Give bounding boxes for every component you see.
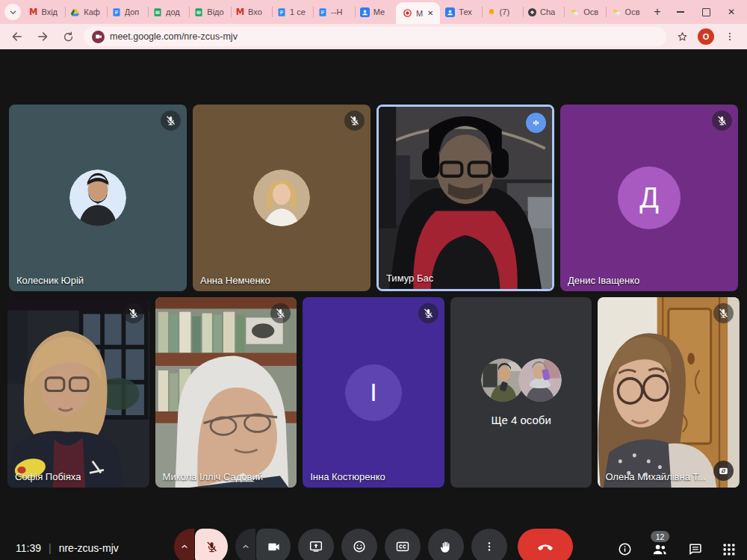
participant-tile[interactable]: ІІнна Костюренко bbox=[303, 297, 444, 488]
gmail-icon: M bbox=[236, 7, 244, 17]
participant-tile[interactable]: Ще 4 особи bbox=[450, 297, 592, 488]
tab-title: Осв bbox=[625, 7, 640, 16]
captions-button[interactable] bbox=[385, 529, 421, 560]
avatar-letter: І bbox=[345, 364, 402, 421]
chatgpt-knot-icon bbox=[528, 8, 536, 16]
close-window-button[interactable]: ✕ bbox=[719, 1, 744, 23]
mic-off-icon bbox=[344, 111, 365, 131]
browser-tab[interactable]: --Н bbox=[313, 0, 354, 24]
mic-options-chevron-icon[interactable] bbox=[174, 529, 194, 560]
speaking-indicator-icon bbox=[526, 113, 546, 133]
url-text: meet.google.com/nre-zcus-mjv bbox=[110, 31, 238, 42]
browser-tab[interactable]: (7) bbox=[482, 0, 523, 24]
tab-title: 1 се bbox=[290, 7, 306, 16]
docs-icon bbox=[318, 7, 327, 17]
participant-tile[interactable]: Анна Немченко bbox=[193, 105, 371, 291]
reactions-button[interactable] bbox=[341, 529, 377, 560]
browser-tab[interactable]: Відо bbox=[189, 0, 230, 24]
participant-name: Колесник Юрій bbox=[16, 275, 84, 286]
browser-tab[interactable]: Cha bbox=[523, 0, 564, 24]
tab-title: Доп bbox=[125, 7, 140, 16]
participant-tile[interactable]: ДДенис Іващенко bbox=[560, 105, 738, 291]
panel-buttons: 12 bbox=[617, 541, 737, 558]
browser-tab[interactable]: Каф bbox=[65, 0, 106, 24]
tab-search-chevron-icon[interactable] bbox=[4, 4, 21, 20]
browser-tab[interactable]: Ме bbox=[355, 0, 396, 24]
bell-icon bbox=[487, 7, 496, 17]
window-controls: ✕ bbox=[668, 1, 744, 23]
avatar bbox=[518, 358, 562, 402]
minimize-icon bbox=[677, 11, 684, 13]
tab-title: Cha bbox=[540, 7, 555, 16]
bookmark-star-icon[interactable] bbox=[672, 27, 692, 46]
maximize-icon bbox=[702, 8, 710, 16]
camera-in-use-icon[interactable] bbox=[92, 31, 105, 43]
mic-off-icon bbox=[270, 303, 291, 323]
participant-name: Тимур Бас bbox=[386, 273, 433, 284]
browser-tab[interactable]: дод bbox=[148, 0, 189, 24]
browser-tab[interactable]: MВхід bbox=[24, 0, 65, 24]
present-screen-button[interactable] bbox=[298, 529, 334, 560]
docs-icon bbox=[277, 7, 286, 17]
participant-tile[interactable]: Тимур Бас bbox=[376, 105, 554, 291]
tab-title: (7) bbox=[500, 7, 509, 16]
sheets-icon bbox=[153, 7, 162, 17]
participant-name: Ще 4 особи bbox=[491, 414, 551, 426]
participant-tile[interactable]: Софія Побіяха bbox=[7, 297, 149, 488]
mic-off-icon bbox=[161, 111, 181, 131]
meet-main-stage: Колесник ЮрійАнна НемченкоТимур БасДДени… bbox=[0, 49, 747, 560]
meeting-code: nre-zcus-mjv bbox=[59, 542, 119, 554]
browser-tab[interactable]: Осв bbox=[606, 0, 647, 24]
browser-tab-strip: MВхідКафДопдодВідоMВхо1 се--НМеМ✕Тех(7)C… bbox=[0, 0, 747, 24]
browser-tab[interactable]: MВхо bbox=[231, 0, 272, 24]
meeting-info: 11:39 | nre-zcus-mjv bbox=[16, 542, 119, 554]
tab-title: --Н bbox=[331, 7, 342, 16]
more-options-button[interactable] bbox=[471, 529, 507, 560]
mic-off-button[interactable] bbox=[195, 529, 228, 560]
people-panel-wrap: 12 bbox=[651, 541, 669, 558]
participant-video bbox=[155, 297, 297, 488]
meet-control-bar: 11:39 | nre-zcus-mjv bbox=[0, 523, 747, 560]
browser-tab[interactable]: Осв bbox=[564, 0, 605, 24]
participant-tile[interactable]: Колесник Юрій bbox=[9, 105, 187, 291]
new-tab-button[interactable]: + bbox=[648, 5, 666, 19]
browser-tab[interactable]: 1 се bbox=[272, 0, 313, 24]
activities-grid-button[interactable] bbox=[722, 542, 737, 557]
docs-icon bbox=[112, 7, 121, 17]
reload-button[interactable] bbox=[58, 27, 78, 46]
maximize-button[interactable] bbox=[693, 1, 719, 23]
tab-title: Каф bbox=[84, 7, 100, 16]
end-call-button[interactable] bbox=[518, 529, 573, 560]
meeting-details-button[interactable] bbox=[617, 541, 633, 557]
people-button[interactable] bbox=[651, 541, 669, 558]
camera-button[interactable] bbox=[256, 529, 291, 560]
participant-name: Денис Іващенко bbox=[568, 275, 639, 286]
chat-button[interactable] bbox=[687, 541, 703, 557]
mic-off-icon bbox=[712, 111, 732, 131]
participant-tile[interactable]: Олена Михайлівна Т... bbox=[598, 297, 740, 488]
browser-tab[interactable]: Доп bbox=[107, 0, 148, 24]
forward-button[interactable] bbox=[33, 27, 52, 46]
mic-control bbox=[174, 529, 228, 560]
tab-title: Осв bbox=[583, 7, 598, 16]
browser-toolbar: meet.google.com/nre-zcus-mjv O bbox=[0, 24, 747, 49]
back-button[interactable] bbox=[7, 27, 27, 46]
mic-off-icon bbox=[713, 303, 734, 323]
minimize-button[interactable] bbox=[668, 1, 693, 23]
avatar bbox=[481, 358, 524, 402]
mic-off-icon bbox=[418, 303, 438, 323]
video-grid-row: Колесник ЮрійАнна НемченкоТимур БасДДени… bbox=[9, 105, 738, 291]
browser-tab[interactable]: Тех bbox=[440, 0, 481, 24]
raise-hand-button[interactable] bbox=[428, 529, 464, 560]
browser-tab-active[interactable]: М✕ bbox=[396, 2, 440, 24]
close-tab-icon[interactable]: ✕ bbox=[427, 9, 433, 17]
profile-avatar[interactable]: O bbox=[698, 28, 714, 45]
participant-video bbox=[7, 297, 149, 488]
camera-options-chevron-icon[interactable] bbox=[235, 529, 255, 560]
browser-menu-kebab-icon[interactable] bbox=[720, 27, 740, 46]
tab-title: дод bbox=[166, 7, 180, 16]
address-bar[interactable]: meet.google.com/nre-zcus-mjv bbox=[84, 27, 666, 46]
participant-name: Олена Михайлівна Т... bbox=[605, 471, 705, 482]
participant-tile[interactable]: Микола Ілліч Садовий bbox=[155, 297, 297, 488]
switch-camera-icon[interactable] bbox=[713, 461, 734, 481]
